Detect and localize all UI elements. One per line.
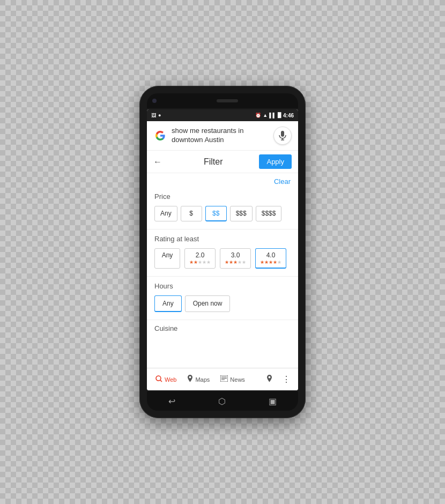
price-option-3[interactable]: $$$ — [230, 206, 253, 221]
nav-item-web[interactable]: Web — [151, 373, 181, 386]
hours-label: Hours — [154, 282, 291, 290]
alarm-icon: ⏰ — [255, 113, 261, 118]
status-bar-left: 🖼 ● — [151, 113, 161, 118]
home-nav-button[interactable]: ⬡ — [218, 396, 226, 406]
clear-button[interactable]: Clear — [274, 177, 291, 186]
apply-button[interactable]: Apply — [259, 154, 292, 169]
mic-button[interactable] — [273, 127, 292, 145]
star-filled: ★★ — [189, 260, 198, 265]
star-empty: ★★ — [238, 260, 246, 265]
status-bar-right: ⏰ ▲ ▌▌ ▉ 4:46 — [255, 113, 294, 118]
rating-4-stars: ★★★★★ — [260, 260, 281, 265]
cuisine-label: Cuisine — [147, 321, 298, 333]
svg-line-4 — [160, 380, 162, 382]
price-section: Price Any $ $$ $$$ $$$$ — [147, 188, 298, 228]
price-option-2[interactable]: $$ — [205, 206, 227, 221]
more-button[interactable]: ⋮ — [279, 372, 294, 387]
back-nav-button[interactable]: ↩ — [168, 396, 175, 406]
search-icon — [155, 375, 162, 384]
filter-content: Clear Price Any $ $$ $$$ $$$$ Rating at … — [147, 173, 298, 368]
nav-news-label: News — [230, 376, 245, 383]
search-bar: show me restaurants in downtown Austin — [147, 121, 298, 151]
time-display: 4:46 — [283, 113, 294, 118]
rating-any-label: Any — [159, 251, 175, 259]
notification-icon: 🖼 — [151, 113, 156, 118]
hours-options: Any Open now — [154, 295, 291, 312]
nav-web-label: Web — [165, 376, 176, 383]
phone-screen: 🖼 ● ⏰ ▲ ▌▌ ▉ 4:46 show me restau — [147, 109, 298, 390]
battery-icon: ▉ — [278, 113, 281, 118]
speaker — [217, 99, 238, 102]
svg-rect-0 — [281, 131, 284, 137]
maps-icon — [187, 375, 193, 384]
svg-point-3 — [156, 376, 161, 381]
star-filled: ★★★ — [225, 260, 238, 265]
hours-section: Hours Any Open now — [147, 278, 298, 318]
back-button[interactable]: ← — [153, 157, 162, 167]
camera-icon — [152, 99, 157, 103]
search-query: show me restaurants in downtown Austin — [172, 127, 269, 145]
star-empty: ★ — [277, 260, 281, 265]
nav-item-pin[interactable] — [262, 373, 277, 386]
filter-title: Filter — [167, 157, 259, 167]
rating-3-stars: ★★★★★ — [225, 260, 246, 265]
signal-icon: ▌▌ — [269, 113, 276, 118]
nav-item-news[interactable]: News — [216, 373, 249, 386]
rating-4-label: 4.0 — [260, 251, 281, 259]
google-logo — [153, 129, 167, 143]
whatsapp-icon: ● — [158, 113, 161, 118]
rating-option-2[interactable]: 2.0 ★★★★★ — [184, 248, 216, 269]
phone-bottom-bar: ↩ ⬡ ▣ — [147, 391, 298, 411]
rating-option-4[interactable]: 4.0 ★★★★★ — [255, 248, 286, 269]
price-option-any[interactable]: Any — [154, 206, 177, 221]
divider-3 — [147, 320, 298, 320]
divider-2 — [147, 276, 298, 277]
divider-1 — [147, 229, 298, 229]
rating-option-any[interactable]: Any — [154, 248, 180, 269]
rating-label: Rating at least — [154, 235, 291, 243]
rating-option-3[interactable]: 3.0 ★★★★★ — [220, 248, 251, 269]
phone-top-bar — [147, 93, 298, 108]
rating-2-stars: ★★★★★ — [189, 260, 211, 265]
recents-nav-button[interactable]: ▣ — [269, 396, 277, 406]
wifi-icon: ▲ — [263, 113, 268, 118]
nav-maps-label: Maps — [195, 376, 210, 383]
filter-header: ← Filter Apply — [147, 151, 298, 173]
nav-item-maps[interactable]: Maps — [183, 373, 214, 386]
rating-3-label: 3.0 — [225, 251, 246, 259]
price-option-4[interactable]: $$$$ — [256, 206, 282, 221]
news-icon — [220, 375, 228, 383]
clear-row: Clear — [147, 173, 298, 188]
hours-option-any[interactable]: Any — [154, 295, 182, 312]
hours-option-open[interactable]: Open now — [185, 295, 231, 312]
phone-shell: 🖼 ● ⏰ ▲ ▌▌ ▉ 4:46 show me restau — [139, 86, 306, 418]
price-option-1[interactable]: $ — [181, 206, 202, 221]
star-filled: ★★★★ — [260, 260, 277, 265]
rating-2-label: 2.0 — [189, 251, 211, 259]
star-empty: ★★★ — [198, 260, 211, 265]
price-label: Price — [154, 192, 291, 201]
rating-section: Rating at least Any 2.0 ★★★★★ 3.0 — [147, 231, 298, 275]
price-options: Any $ $$ $$$ $$$$ — [154, 206, 291, 221]
rating-options: Any 2.0 ★★★★★ 3.0 ★★★★★ — [154, 248, 291, 269]
pin-icon — [266, 375, 272, 384]
bottom-nav: Web Maps — [147, 368, 298, 390]
status-bar: 🖼 ● ⏰ ▲ ▌▌ ▉ 4:46 — [147, 109, 298, 121]
